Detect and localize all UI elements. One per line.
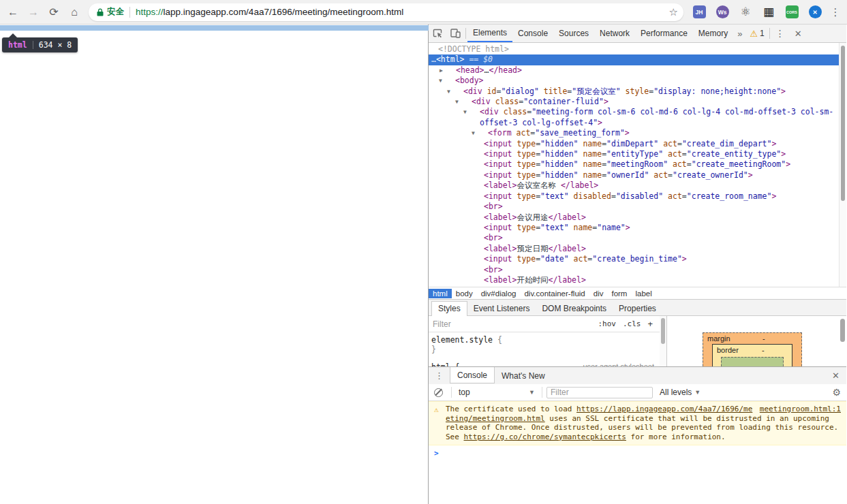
- expander-open-icon[interactable]: ▼: [472, 107, 480, 117]
- drawer-close-button[interactable]: ✕: [825, 371, 846, 381]
- execution-context-select[interactable]: top ▼: [456, 388, 538, 397]
- dom-tree-node[interactable]: ▼<div class="container-fluid">: [429, 97, 846, 107]
- elements-scrollbar-thumb[interactable]: [841, 46, 845, 201]
- breadcrumb-body[interactable]: body: [452, 289, 477, 298]
- dom-tree-node[interactable]: <input type="hidden" name="meetingRoom" …: [429, 159, 846, 170]
- dom-tree-node[interactable]: <input type="hidden" name="dimDepart" ac…: [429, 139, 846, 149]
- tab-elements[interactable]: Elements: [467, 25, 512, 42]
- border-top-value[interactable]: -: [739, 346, 788, 354]
- expander-open-icon[interactable]: ▼: [447, 76, 455, 86]
- toggle-hover-state-button[interactable]: :hov: [598, 319, 616, 328]
- new-style-rule-button[interactable]: +: [647, 319, 653, 329]
- styles-scrollbar[interactable]: [660, 316, 666, 366]
- tab-memory[interactable]: Memory: [693, 25, 733, 42]
- dom-tree-node[interactable]: <label>开始时间</label>: [429, 275, 846, 285]
- tab-sources[interactable]: Sources: [553, 25, 594, 42]
- box-model-scrollbar-thumb[interactable]: [840, 319, 845, 342]
- expander-open-icon[interactable]: ▼: [463, 97, 472, 107]
- devtools-close-button[interactable]: ✕: [789, 29, 807, 39]
- tab-performance[interactable]: Performance: [635, 25, 693, 42]
- dom-tree-node[interactable]: ▼<div class="meeting-form col-sm-6 col-m…: [429, 107, 846, 128]
- dom-tree-node[interactable]: ▼<body>: [429, 76, 846, 86]
- tab-network[interactable]: Network: [594, 25, 635, 42]
- console-link[interactable]: https://g.co/chrome/symantecpkicerts: [464, 432, 626, 441]
- breadcrumb-form[interactable]: form: [607, 289, 631, 298]
- log-levels-select[interactable]: All levels ▼: [660, 388, 700, 397]
- drawer-menu-button[interactable]: ⋮: [429, 371, 450, 381]
- home-button[interactable]: ⌂: [65, 3, 83, 21]
- dom-tree-node[interactable]: <br>: [429, 202, 846, 212]
- drawer-tab-console[interactable]: Console: [450, 367, 495, 383]
- extension-react[interactable]: ⚛: [737, 4, 754, 20]
- console-prompt[interactable]: >: [429, 445, 846, 461]
- browser-menu-button[interactable]: ⋮: [828, 6, 843, 18]
- toggle-class-button[interactable]: .cls: [623, 319, 641, 328]
- styles-scrollbar-thumb[interactable]: [661, 318, 665, 344]
- dom-tree-node[interactable]: <input type="date" act="create_begin_tim…: [429, 254, 846, 264]
- breadcrumb-container-fluid[interactable]: div.container-fluid: [520, 289, 589, 298]
- breadcrumb-label[interactable]: label: [631, 289, 656, 298]
- margin-top-value[interactable]: -: [730, 334, 797, 343]
- dom-tree-node[interactable]: <input type="hidden" name="entityType" a…: [429, 149, 846, 159]
- tab-properties[interactable]: Properties: [613, 302, 662, 315]
- dom-tree-node[interactable]: <input type="text" disabled="disabled" a…: [429, 191, 846, 202]
- console-toolbar: top ▼ Filter All levels ▼ ⚙: [429, 384, 846, 401]
- browser-window: ← → ⟳ ⌂ 安全 https://lapp.ingageapp.com/4a…: [0, 0, 847, 504]
- console-filter-input[interactable]: Filter: [546, 387, 653, 398]
- tab-dom-breakpoints[interactable]: DOM Breakpoints: [536, 302, 613, 315]
- dom-tree-node[interactable]: <br>: [429, 233, 846, 243]
- dom-tree-node[interactable]: ▼<div id="dialog" title="预定会议室" style="d…: [429, 86, 846, 97]
- back-button[interactable]: ←: [4, 3, 22, 21]
- box-model-margin[interactable]: margin - border -: [703, 332, 802, 366]
- breadcrumb-html[interactable]: html: [429, 289, 452, 298]
- element-style-rule[interactable]: element.style { }: [429, 332, 666, 357]
- dom-tree-node[interactable]: <input type="text" name="name">: [429, 223, 846, 233]
- dom-tree-node[interactable]: <!DOCTYPE html>: [429, 44, 846, 54]
- extension-qr[interactable]: ▦: [760, 4, 777, 20]
- extension-blue[interactable]: ✕: [807, 4, 823, 20]
- url-text[interactable]: https://lapp.ingageapp.com/4aa7/1696/mee…: [136, 7, 665, 17]
- inspect-tooltip-tag: html: [8, 40, 27, 50]
- drawer-tab-whats-new[interactable]: What's New: [495, 368, 552, 383]
- devtools-menu-button[interactable]: ⋮: [771, 25, 789, 42]
- dom-tree-node[interactable]: <br>: [429, 265, 846, 275]
- reload-button[interactable]: ⟳: [45, 3, 63, 21]
- tabbar-separator: [465, 28, 466, 39]
- box-model-scrollbar[interactable]: [840, 319, 846, 364]
- dom-tree-node[interactable]: <label>会议用途</label>: [429, 212, 846, 223]
- clear-console-icon[interactable]: [434, 388, 443, 397]
- box-model-border[interactable]: border -: [712, 344, 792, 366]
- inspect-element-icon[interactable]: [429, 25, 446, 42]
- expander-open-icon[interactable]: ▼: [480, 128, 488, 138]
- warnings-badge[interactable]: ⚠ 1: [746, 29, 767, 39]
- bookmark-star-icon[interactable]: ☆: [669, 6, 678, 18]
- device-toolbar-icon[interactable]: [446, 25, 464, 42]
- dom-tree-node[interactable]: ▼<form act="save_meeting_form">: [429, 128, 846, 138]
- breadcrumb-div[interactable]: div: [589, 289, 608, 298]
- tab-styles[interactable]: Styles: [431, 301, 467, 316]
- address-bar[interactable]: 安全 https://lapp.ingageapp.com/4aa7/1696/…: [89, 3, 683, 21]
- dom-tree-node[interactable]: <label>预定日期</label>: [429, 244, 846, 254]
- box-model-padding[interactable]: [721, 357, 784, 366]
- expander-open-icon[interactable]: ▼: [455, 86, 463, 97]
- dom-tree-node[interactable]: …<html> == $0: [429, 54, 846, 65]
- message-source-link[interactable]: meetingroom.html:1: [760, 405, 841, 414]
- expander-closed-icon[interactable]: ▶: [448, 65, 456, 76]
- extension-ws[interactable]: Ws: [714, 4, 730, 20]
- tab-console[interactable]: Console: [512, 25, 553, 42]
- more-tabs-button[interactable]: »: [733, 29, 746, 39]
- elements-scrollbar[interactable]: [839, 43, 846, 287]
- dom-tree-node[interactable]: ▶<head>…</head>: [429, 65, 846, 76]
- tab-event-listeners[interactable]: Event Listeners: [467, 302, 536, 315]
- extension-jh[interactable]: JH: [691, 4, 707, 20]
- forward-button[interactable]: →: [25, 3, 42, 21]
- elements-tree[interactable]: <!DOCTYPE html>…<html> == $0▶<head>…</he…: [429, 43, 846, 287]
- console-settings-gear-icon[interactable]: ⚙: [832, 387, 842, 398]
- breadcrumb-div-dialog[interactable]: div#dialog: [477, 289, 521, 298]
- dom-tree-node[interactable]: <input type="hidden" name="ownerId" act=…: [429, 170, 846, 180]
- lock-icon[interactable]: [97, 8, 104, 16]
- extension-cors[interactable]: CORS: [784, 4, 800, 20]
- dom-tree-node[interactable]: <label>会议室名称 </label>: [429, 180, 846, 191]
- security-label[interactable]: 安全: [107, 6, 124, 18]
- styles-filter-input[interactable]: Filter: [433, 319, 598, 329]
